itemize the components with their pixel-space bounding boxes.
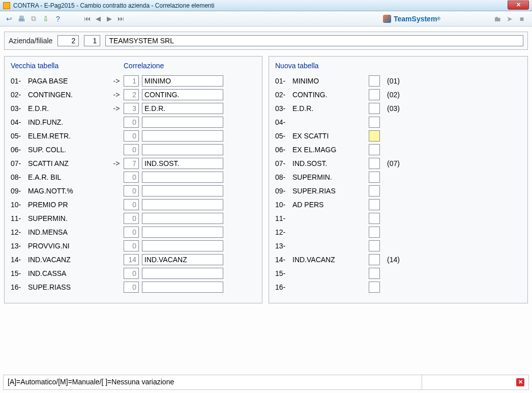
next-icon[interactable]: ▶ xyxy=(105,15,114,22)
mode-input[interactable] xyxy=(369,227,380,238)
new-table-row: 10-AD PERS xyxy=(275,199,521,210)
row-num: 16- xyxy=(275,283,292,291)
mode-input[interactable] xyxy=(369,158,380,169)
correlation-num-input[interactable]: 0 xyxy=(124,172,139,183)
row-label: SCATTI ANZ xyxy=(28,159,109,167)
row-label: SUP. COLL. xyxy=(28,146,109,154)
new-table-row: 11- xyxy=(275,212,521,224)
mode-input[interactable] xyxy=(369,89,380,100)
row-paren: (07) xyxy=(387,159,400,167)
new-table-row: 15- xyxy=(275,267,521,279)
correlation-num-input[interactable]: 0 xyxy=(124,240,139,251)
first-icon[interactable]: ⏮ xyxy=(82,15,92,22)
correlation-num-input[interactable]: 0 xyxy=(124,213,139,224)
correlation-num-input[interactable]: 3 xyxy=(124,103,139,114)
correlation-desc-input[interactable] xyxy=(142,117,223,128)
row-num: 10- xyxy=(275,201,292,209)
correlation-num-input[interactable]: 0 xyxy=(124,185,139,196)
correlation-desc-input[interactable] xyxy=(142,130,223,142)
correlation-desc-input[interactable] xyxy=(142,213,223,224)
statusbar: [A]=Automatico/[M]=Manuale/[ ]=Nessuna v… xyxy=(3,375,529,390)
forward-icon[interactable]: ➤ xyxy=(505,14,515,24)
mode-input[interactable] xyxy=(369,75,380,87)
correlation-num-input[interactable]: 0 xyxy=(124,199,139,210)
last-icon[interactable]: ⏭ xyxy=(116,15,125,22)
correlation-desc-input[interactable] xyxy=(142,282,223,293)
correlation-num-input[interactable]: 0 xyxy=(124,282,139,293)
new-table-row: 03-E.D.R.(03) xyxy=(275,102,521,114)
old-table-row: 13-PROVVIG.NI0 xyxy=(11,240,256,251)
mode-input[interactable] xyxy=(369,172,380,183)
export-icon[interactable]: ⇩ xyxy=(41,14,51,24)
mode-input[interactable] xyxy=(369,144,380,155)
mode-input[interactable] xyxy=(369,117,380,128)
azienda-label: Azienda/filiale xyxy=(9,37,52,45)
row-label: E.D.R. xyxy=(28,104,109,113)
header-row: Azienda/filiale 2 1 TEAMSYSTEM SRL xyxy=(4,32,528,50)
old-table-row: 16-SUPE.RIASS0 xyxy=(11,281,256,293)
correlation-num-input[interactable]: 1 xyxy=(124,75,139,87)
prev-icon[interactable]: ◀ xyxy=(94,15,103,22)
mode-input[interactable] xyxy=(369,199,380,210)
row-label: MINIMO xyxy=(292,77,369,85)
stop-icon[interactable]: ■ xyxy=(517,14,527,24)
right-panel: Nuova tabella 01-MINIMO(01)02-CONTING.(0… xyxy=(269,56,528,303)
mode-input[interactable] xyxy=(369,268,380,279)
old-table-row: 03-E.D.R.->3E.D.R. xyxy=(11,102,256,114)
correlation-desc-input[interactable]: E.D.R. xyxy=(142,103,223,114)
mode-input[interactable] xyxy=(369,103,380,114)
correlation-num-input[interactable]: 2 xyxy=(124,89,139,100)
azienda-code-input[interactable]: 2 xyxy=(57,35,79,46)
row-num: 09- xyxy=(11,187,28,195)
row-label: EX EL.MAGG xyxy=(292,146,369,154)
row-label: PAGA BASE xyxy=(28,77,109,85)
close-button[interactable]: ✕ xyxy=(508,1,529,10)
correlation-desc-input[interactable] xyxy=(142,185,223,196)
mode-input[interactable] xyxy=(369,185,380,196)
copy-icon[interactable]: ⧉ xyxy=(28,14,39,24)
row-num: 16- xyxy=(11,283,28,291)
correlation-num-input[interactable]: 7 xyxy=(124,158,139,169)
row-paren: (01) xyxy=(387,77,400,85)
correlation-desc-input[interactable]: CONTING. xyxy=(142,89,223,100)
row-num: 05- xyxy=(11,132,28,140)
correlation-desc-input[interactable] xyxy=(142,227,223,238)
correlation-desc-input[interactable]: IND.SOST. xyxy=(142,158,223,169)
help-icon[interactable]: ? xyxy=(53,14,63,24)
row-num: 04- xyxy=(11,118,28,126)
correlation-desc-input[interactable] xyxy=(142,144,223,155)
row-num: 02- xyxy=(275,91,292,99)
correlation-desc-input[interactable]: IND.VACANZ xyxy=(142,254,223,265)
correlation-num-input[interactable]: 0 xyxy=(124,227,139,238)
correlation-desc-input[interactable] xyxy=(142,172,223,183)
back-icon[interactable]: ↩ xyxy=(4,14,14,24)
company-name-input[interactable]: TEAMSYSTEM SRL xyxy=(105,35,523,46)
correlation-num-input[interactable]: 0 xyxy=(124,130,139,142)
correlation-desc-input[interactable] xyxy=(142,268,223,279)
mode-input[interactable] xyxy=(369,213,380,224)
mode-input[interactable] xyxy=(369,282,380,293)
print-icon[interactable]: 🖶 xyxy=(16,14,26,24)
old-table-row: 10-PREMIO PR0 xyxy=(11,199,256,210)
new-table-row: 06-EX EL.MAGG xyxy=(275,144,521,155)
correlation-num-input[interactable]: 14 xyxy=(124,254,139,265)
row-num: 05- xyxy=(275,132,292,140)
filiale-code-input[interactable]: 1 xyxy=(84,35,100,46)
mode-input[interactable] xyxy=(369,240,380,251)
brand-icon xyxy=(383,15,391,23)
correlation-desc-input[interactable] xyxy=(142,240,223,251)
row-num: 13- xyxy=(11,242,28,250)
correlation-desc-input[interactable]: MINIMO xyxy=(142,75,223,87)
mode-input[interactable] xyxy=(369,130,380,142)
old-table-row: 04-IND.FUNZ.0 xyxy=(11,116,256,128)
row-label: IND.CASSA xyxy=(28,269,109,277)
brand-text: TeamSystem xyxy=(394,15,437,23)
error-icon[interactable]: ✕ xyxy=(516,378,524,386)
correlation-num-input[interactable]: 0 xyxy=(124,144,139,155)
folder-icon[interactable]: 🖿 xyxy=(492,14,503,24)
correlation-desc-input[interactable] xyxy=(142,199,223,210)
correlation-num-input[interactable]: 0 xyxy=(124,117,139,128)
row-num: 03- xyxy=(11,104,28,113)
correlation-num-input[interactable]: 0 xyxy=(124,268,139,279)
mode-input[interactable] xyxy=(369,254,380,265)
